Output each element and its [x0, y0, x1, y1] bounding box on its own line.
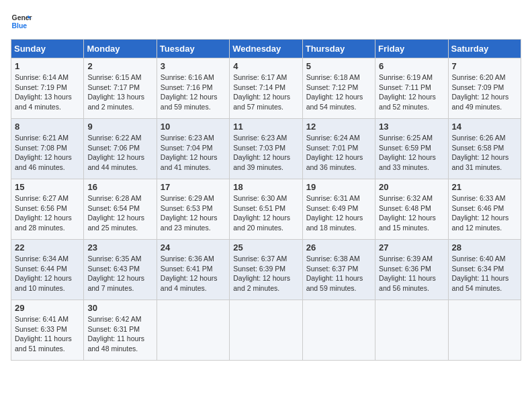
weekday-header: Saturday [448, 40, 521, 58]
day-info: Sunrise: 6:39 AM Sunset: 6:36 PM Dayligh… [379, 254, 444, 293]
day-number: 20 [379, 182, 444, 192]
day-number: 7 [452, 61, 517, 71]
day-number: 10 [161, 122, 226, 132]
calendar-cell: 26Sunrise: 6:38 AM Sunset: 6:37 PM Dayli… [302, 240, 375, 300]
calendar-cell [157, 300, 229, 361]
day-number: 5 [306, 61, 371, 71]
day-number: 21 [452, 182, 517, 192]
calendar-cell [302, 300, 375, 361]
calendar-cell: 10Sunrise: 6:23 AM Sunset: 7:04 PM Dayli… [157, 119, 229, 179]
day-info: Sunrise: 6:25 AM Sunset: 6:59 PM Dayligh… [379, 133, 444, 173]
calendar-cell [375, 300, 448, 361]
weekday-header-row: SundayMondayTuesdayWednesdayThursdayFrid… [11, 40, 521, 58]
calendar-cell: 21Sunrise: 6:33 AM Sunset: 6:46 PM Dayli… [448, 179, 521, 240]
day-info: Sunrise: 6:23 AM Sunset: 7:03 PM Dayligh… [233, 133, 298, 173]
day-info: Sunrise: 6:21 AM Sunset: 7:08 PM Dayligh… [15, 133, 80, 173]
day-info: Sunrise: 6:42 AM Sunset: 6:31 PM Dayligh… [87, 314, 152, 354]
day-info: Sunrise: 6:29 AM Sunset: 6:53 PM Dayligh… [161, 193, 226, 233]
calendar-cell: 3Sunrise: 6:16 AM Sunset: 7:16 PM Daylig… [157, 58, 229, 119]
day-number: 15 [15, 182, 80, 192]
day-number: 28 [452, 242, 517, 253]
calendar-cell [448, 300, 521, 361]
day-number: 30 [87, 303, 152, 313]
calendar-cell: 22Sunrise: 6:34 AM Sunset: 6:44 PM Dayli… [11, 240, 84, 300]
calendar-cell: 28Sunrise: 6:40 AM Sunset: 6:34 PM Dayli… [448, 240, 521, 300]
day-number: 11 [233, 122, 298, 132]
calendar-cell: 27Sunrise: 6:39 AM Sunset: 6:36 PM Dayli… [375, 240, 448, 300]
day-info: Sunrise: 6:17 AM Sunset: 7:14 PM Dayligh… [233, 73, 298, 112]
day-number: 26 [306, 242, 371, 253]
calendar-table: SundayMondayTuesdayWednesdayThursdayFrid… [11, 39, 521, 361]
calendar-cell: 5Sunrise: 6:18 AM Sunset: 7:12 PM Daylig… [302, 58, 375, 119]
weekday-header: Wednesday [230, 40, 302, 58]
calendar-cell: 11Sunrise: 6:23 AM Sunset: 7:03 PM Dayli… [230, 119, 302, 179]
calendar-cell: 1Sunrise: 6:14 AM Sunset: 7:19 PM Daylig… [11, 58, 84, 119]
day-info: Sunrise: 6:31 AM Sunset: 6:49 PM Dayligh… [306, 193, 371, 233]
calendar-cell: 15Sunrise: 6:27 AM Sunset: 6:56 PM Dayli… [11, 179, 84, 240]
day-number: 1 [15, 61, 80, 71]
day-number: 19 [306, 182, 371, 192]
day-info: Sunrise: 6:24 AM Sunset: 7:01 PM Dayligh… [306, 133, 371, 173]
calendar-cell: 17Sunrise: 6:29 AM Sunset: 6:53 PM Dayli… [157, 179, 229, 240]
weekday-header: Thursday [302, 40, 375, 58]
day-info: Sunrise: 6:38 AM Sunset: 6:37 PM Dayligh… [306, 254, 371, 293]
day-number: 23 [87, 242, 152, 253]
page-header: General Blue [11, 11, 521, 32]
day-number: 29 [15, 303, 80, 313]
day-number: 2 [87, 61, 152, 71]
calendar-cell: 23Sunrise: 6:35 AM Sunset: 6:43 PM Dayli… [84, 240, 157, 300]
calendar-cell: 9Sunrise: 6:22 AM Sunset: 7:06 PM Daylig… [84, 119, 157, 179]
day-info: Sunrise: 6:20 AM Sunset: 7:09 PM Dayligh… [452, 73, 517, 112]
calendar-cell: 6Sunrise: 6:19 AM Sunset: 7:11 PM Daylig… [375, 58, 448, 119]
weekday-header: Monday [84, 40, 157, 58]
day-info: Sunrise: 6:37 AM Sunset: 6:39 PM Dayligh… [233, 254, 298, 293]
calendar-cell: 20Sunrise: 6:32 AM Sunset: 6:48 PM Dayli… [375, 179, 448, 240]
day-info: Sunrise: 6:41 AM Sunset: 6:33 PM Dayligh… [15, 314, 80, 354]
weekday-header: Friday [375, 40, 448, 58]
day-info: Sunrise: 6:16 AM Sunset: 7:16 PM Dayligh… [161, 73, 226, 112]
day-info: Sunrise: 6:23 AM Sunset: 7:04 PM Dayligh… [161, 133, 226, 173]
day-info: Sunrise: 6:26 AM Sunset: 6:58 PM Dayligh… [452, 133, 517, 173]
day-number: 13 [379, 122, 444, 132]
day-info: Sunrise: 6:34 AM Sunset: 6:44 PM Dayligh… [15, 254, 80, 293]
logo-icon: General Blue [11, 11, 32, 32]
weekday-header: Sunday [11, 40, 84, 58]
day-number: 4 [233, 61, 298, 71]
day-info: Sunrise: 6:28 AM Sunset: 6:54 PM Dayligh… [87, 193, 152, 233]
day-info: Sunrise: 6:36 AM Sunset: 6:41 PM Dayligh… [161, 254, 226, 293]
calendar-cell: 14Sunrise: 6:26 AM Sunset: 6:58 PM Dayli… [448, 119, 521, 179]
day-number: 27 [379, 242, 444, 253]
calendar-cell: 4Sunrise: 6:17 AM Sunset: 7:14 PM Daylig… [230, 58, 302, 119]
calendar-cell: 24Sunrise: 6:36 AM Sunset: 6:41 PM Dayli… [157, 240, 229, 300]
calendar-week-row: 29Sunrise: 6:41 AM Sunset: 6:33 PM Dayli… [11, 300, 521, 361]
calendar-cell: 19Sunrise: 6:31 AM Sunset: 6:49 PM Dayli… [302, 179, 375, 240]
day-number: 8 [15, 122, 80, 132]
day-info: Sunrise: 6:22 AM Sunset: 7:06 PM Dayligh… [87, 133, 152, 173]
day-number: 17 [161, 182, 226, 192]
day-info: Sunrise: 6:19 AM Sunset: 7:11 PM Dayligh… [379, 73, 444, 112]
day-number: 6 [379, 61, 444, 71]
day-number: 16 [87, 182, 152, 192]
calendar-cell: 29Sunrise: 6:41 AM Sunset: 6:33 PM Dayli… [11, 300, 84, 361]
day-info: Sunrise: 6:32 AM Sunset: 6:48 PM Dayligh… [379, 193, 444, 233]
day-number: 24 [161, 242, 226, 253]
day-number: 25 [233, 242, 298, 253]
svg-text:Blue: Blue [12, 22, 28, 30]
day-number: 18 [233, 182, 298, 192]
calendar-week-row: 22Sunrise: 6:34 AM Sunset: 6:44 PM Dayli… [11, 240, 521, 300]
day-info: Sunrise: 6:35 AM Sunset: 6:43 PM Dayligh… [87, 254, 152, 293]
calendar-cell: 2Sunrise: 6:15 AM Sunset: 7:17 PM Daylig… [84, 58, 157, 119]
day-info: Sunrise: 6:33 AM Sunset: 6:46 PM Dayligh… [452, 193, 517, 233]
day-number: 3 [161, 61, 226, 71]
calendar-week-row: 1Sunrise: 6:14 AM Sunset: 7:19 PM Daylig… [11, 58, 521, 119]
day-number: 12 [306, 122, 371, 132]
calendar-cell: 8Sunrise: 6:21 AM Sunset: 7:08 PM Daylig… [11, 119, 84, 179]
day-number: 9 [87, 122, 152, 132]
calendar-cell [230, 300, 302, 361]
logo: General Blue [11, 11, 32, 32]
day-info: Sunrise: 6:27 AM Sunset: 6:56 PM Dayligh… [15, 193, 80, 233]
calendar-cell: 7Sunrise: 6:20 AM Sunset: 7:09 PM Daylig… [448, 58, 521, 119]
calendar-cell: 30Sunrise: 6:42 AM Sunset: 6:31 PM Dayli… [84, 300, 157, 361]
calendar-week-row: 8Sunrise: 6:21 AM Sunset: 7:08 PM Daylig… [11, 119, 521, 179]
day-number: 22 [15, 242, 80, 253]
